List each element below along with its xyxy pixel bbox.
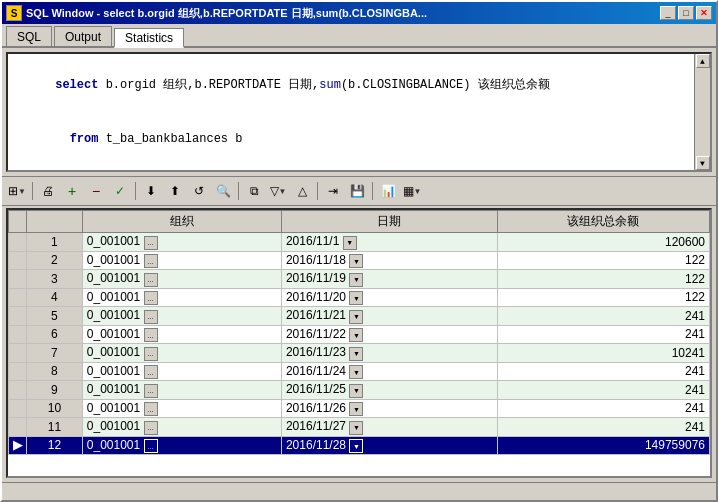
cell-amount: 10241 xyxy=(497,344,709,363)
row-indicator xyxy=(9,325,27,344)
grid-button[interactable]: ⊞ ▼ xyxy=(6,180,28,202)
date-expand-button[interactable]: ▼ xyxy=(349,402,363,416)
tab-output[interactable]: Output xyxy=(54,26,112,46)
copy-button[interactable]: ⧉ xyxy=(243,180,265,202)
col-date[interactable]: 日期 xyxy=(281,211,497,233)
org-expand-button[interactable]: … xyxy=(144,291,158,305)
check-icon: ✓ xyxy=(115,184,125,198)
date-expand-button[interactable]: ▼ xyxy=(349,347,363,361)
filter-up-button[interactable]: △ xyxy=(291,180,313,202)
org-expand-button[interactable]: … xyxy=(144,273,158,287)
sort-asc-button[interactable]: ⬆ xyxy=(164,180,186,202)
cell-amount: 241 xyxy=(497,362,709,381)
maximize-button[interactable]: □ xyxy=(678,6,694,20)
separator-5 xyxy=(372,182,373,200)
delete-button[interactable]: − xyxy=(85,180,107,202)
tab-statistics[interactable]: Statistics xyxy=(114,28,184,48)
data-area[interactable]: 组织 日期 该组织总余额 10_001001 …2016/11/1 ▼12060… xyxy=(6,208,712,478)
table-row[interactable]: 20_001001 …2016/11/18 ▼122 xyxy=(9,251,710,270)
table-row[interactable]: 80_001001 …2016/11/24 ▼241 xyxy=(9,362,710,381)
settings-button[interactable]: ▦ ▼ xyxy=(401,180,423,202)
table-row[interactable]: 40_001001 …2016/11/20 ▼122 xyxy=(9,288,710,307)
save-button[interactable]: 💾 xyxy=(346,180,368,202)
org-expand-button[interactable]: … xyxy=(144,254,158,268)
cell-amount: 122 xyxy=(497,288,709,307)
add-button[interactable]: + xyxy=(61,180,83,202)
org-expand-button[interactable]: … xyxy=(144,236,158,250)
search-icon: 🔍 xyxy=(216,184,231,198)
export-icon: ⇥ xyxy=(328,184,338,198)
date-expand-button[interactable]: ▼ xyxy=(349,291,363,305)
org-expand-button[interactable]: … xyxy=(144,421,158,435)
copy-icon: ⧉ xyxy=(250,184,259,198)
date-expand-button[interactable]: ▼ xyxy=(349,273,363,287)
filter-down-button[interactable]: ▽ ▼ xyxy=(267,180,289,202)
window-icon: S xyxy=(6,5,22,21)
org-expand-button[interactable]: … xyxy=(144,347,158,361)
row-indicator xyxy=(9,418,27,437)
row-indicator: ▶ xyxy=(9,436,27,455)
sort-desc-icon: ⬇ xyxy=(146,184,156,198)
row-indicator xyxy=(9,251,27,270)
table-row[interactable]: 30_001001 …2016/11/19 ▼122 xyxy=(9,270,710,289)
org-expand-button[interactable]: … xyxy=(144,365,158,379)
tab-sql[interactable]: SQL xyxy=(6,26,52,46)
cell-date: 2016/11/25 ▼ xyxy=(281,381,497,400)
cell-amount: 122 xyxy=(497,251,709,270)
grid-icon: ⊞ xyxy=(8,184,18,198)
cell-date: 2016/11/28 ▼ xyxy=(281,436,497,455)
tab-bar: SQL Output Statistics xyxy=(2,24,716,48)
org-expand-button[interactable]: … xyxy=(144,384,158,398)
date-expand-button[interactable]: ▼ xyxy=(349,421,363,435)
sql-scrollbar[interactable]: ▲ ▼ xyxy=(694,54,710,170)
sort-desc-button[interactable]: ⬇ xyxy=(140,180,162,202)
date-expand-button[interactable]: ▼ xyxy=(349,254,363,268)
check-button[interactable]: ✓ xyxy=(109,180,131,202)
scroll-down-arrow[interactable]: ▼ xyxy=(696,156,710,170)
table-row[interactable]: 90_001001 …2016/11/25 ▼241 xyxy=(9,381,710,400)
main-window: S SQL Window - select b.orgid 组织,b.REPOR… xyxy=(0,0,718,502)
date-expand-button[interactable]: ▼ xyxy=(343,236,357,250)
table-row[interactable]: 110_001001 …2016/11/27 ▼241 xyxy=(9,418,710,437)
date-expand-button[interactable]: ▼ xyxy=(349,439,363,453)
filter-up-icon: △ xyxy=(298,184,307,198)
date-expand-button[interactable]: ▼ xyxy=(349,310,363,324)
date-expand-button[interactable]: ▼ xyxy=(349,365,363,379)
table-row[interactable]: 50_001001 …2016/11/21 ▼241 xyxy=(9,307,710,326)
org-expand-button[interactable]: … xyxy=(144,310,158,324)
refresh-button[interactable]: ↺ xyxy=(188,180,210,202)
print-button[interactable]: 🖨 xyxy=(37,180,59,202)
org-expand-button[interactable]: … xyxy=(144,439,158,453)
cell-amount: 149759076 xyxy=(497,436,709,455)
minimize-button[interactable]: _ xyxy=(660,6,676,20)
table-row[interactable]: 100_001001 …2016/11/26 ▼241 xyxy=(9,399,710,418)
export-button[interactable]: ⇥ xyxy=(322,180,344,202)
org-expand-button[interactable]: … xyxy=(144,402,158,416)
settings-icon: ▦ xyxy=(403,184,414,198)
toolbar: ⊞ ▼ 🖨 + − ✓ ⬇ ⬆ ↺ 🔍 ⧉ xyxy=(2,176,716,206)
grid-dropdown-arrow[interactable]: ▼ xyxy=(18,187,26,196)
table-row[interactable]: 10_001001 …2016/11/1 ▼120600 xyxy=(9,233,710,252)
cell-date: 2016/11/20 ▼ xyxy=(281,288,497,307)
cell-date: 2016/11/26 ▼ xyxy=(281,399,497,418)
org-expand-button[interactable]: … xyxy=(144,328,158,342)
filter-down-arrow[interactable]: ▼ xyxy=(279,187,287,196)
cell-org: 0_001001 … xyxy=(82,270,281,289)
table-row[interactable]: 60_001001 …2016/11/22 ▼241 xyxy=(9,325,710,344)
search-button[interactable]: 🔍 xyxy=(212,180,234,202)
date-expand-button[interactable]: ▼ xyxy=(349,328,363,342)
table-row[interactable]: 70_001001 …2016/11/23 ▼10241 xyxy=(9,344,710,363)
date-expand-button[interactable]: ▼ xyxy=(349,384,363,398)
sort-asc-icon: ⬆ xyxy=(170,184,180,198)
scroll-up-arrow[interactable]: ▲ xyxy=(696,54,710,68)
close-button[interactable]: ✕ xyxy=(696,6,712,20)
table-row[interactable]: ▶120_001001 …2016/11/28 ▼149759076 xyxy=(9,436,710,455)
col-amount[interactable]: 该组织总余额 xyxy=(497,211,709,233)
sql-editor[interactable]: select b.orgid 组织,b.REPORTDATE 日期,sum(b.… xyxy=(6,52,712,172)
cell-date: 2016/11/19 ▼ xyxy=(281,270,497,289)
col-org[interactable]: 组织 xyxy=(82,211,281,233)
settings-dropdown-arrow[interactable]: ▼ xyxy=(414,187,422,196)
cell-amount: 120600 xyxy=(497,233,709,252)
row-indicator xyxy=(9,344,27,363)
chart-button[interactable]: 📊 xyxy=(377,180,399,202)
